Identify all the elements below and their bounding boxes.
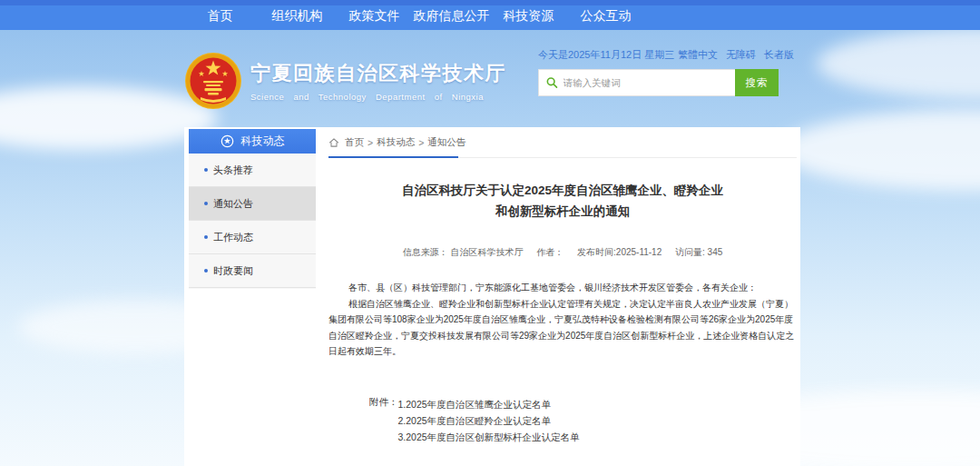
search-box (538, 69, 735, 96)
bullet-icon (204, 235, 208, 239)
breadcrumb-home[interactable]: 首页 (345, 136, 364, 149)
site-title: 宁夏回族自治区科学技术厅 (250, 60, 506, 87)
star-circle-icon (220, 134, 234, 148)
top-navigation: 首页 组织机构 政策文件 政府信息公开 科技资源 公众互动 (0, 0, 980, 30)
attachment-link[interactable]: 1.2025年度自治区雏鹰企业认定名单 (398, 396, 580, 412)
sidebar-header: 科技动态 (189, 129, 316, 154)
nav-item-interaction[interactable]: 公众互动 (567, 0, 644, 30)
meta-author: 作者： (536, 247, 564, 257)
sidebar: 科技动态 头条推荐 通知公告 工作动态 时政要闻 (189, 129, 316, 289)
sidebar-title: 科技动态 (241, 134, 285, 149)
site-subtitle: Science and Technology Department of Nin… (250, 92, 506, 102)
sidebar-item-notices[interactable]: 通知公告 (189, 187, 316, 221)
link-traditional-chinese[interactable]: 繁體中文 (678, 48, 718, 62)
attachments-label: 附件： (369, 396, 398, 445)
bullet-icon (204, 168, 208, 172)
article-paragraph: 各市、县（区）科技管理部门，宁东能源化工基地管委会，银川经济技术开发区管委会，各… (328, 280, 797, 296)
national-emblem-icon (184, 52, 242, 110)
attachment-link[interactable]: 2.2025年度自治区瞪羚企业认定名单 (398, 412, 580, 429)
bullet-icon (204, 269, 208, 273)
article-body: 各市、县（区）科技管理部门，宁东能源化工基地管委会，银川经济技术开发区管委会，各… (328, 280, 797, 360)
article-paragraph: 根据自治区雏鹰企业、瞪羚企业和创新型标杆企业认定管理有关规定，决定认定半亩良人农… (328, 296, 797, 360)
breadcrumb: 首页 > 科技动态 > 通知公告 (328, 127, 797, 158)
sidebar-item-headlines[interactable]: 头条推荐 (189, 154, 316, 187)
article-title: 自治区科技厅关于认定2025年度自治区雏鹰企业、瞪羚企业 和创新型标杆企业的通知 (328, 180, 797, 222)
article-meta: 信息来源： 自治区科学技术厅 作者： 发布时间:2025-11-12 访问量: … (328, 246, 797, 259)
nav-item-home[interactable]: 首页 (181, 0, 259, 30)
nav-item-policy[interactable]: 政策文件 (336, 0, 413, 30)
main-content: 首页 > 科技动态 > 通知公告 自治区科技厅关于认定2025年度自治区雏鹰企业… (328, 127, 797, 445)
nav-item-organization[interactable]: 组织机构 (259, 0, 336, 30)
search-icon (546, 76, 558, 89)
link-accessibility[interactable]: 无障碍 (726, 48, 756, 62)
search-input[interactable] (564, 77, 728, 88)
current-date: 今天是2025年11月12日 星期三 (538, 48, 674, 62)
content-panel: 科技动态 头条推荐 通知公告 工作动态 时政要闻 (184, 127, 800, 466)
nav-item-resources[interactable]: 科技资源 (490, 0, 567, 30)
attachment-link[interactable]: 3.2025年度自治区创新型标杆企业认定名单 (398, 429, 580, 445)
site-logo-link[interactable]: 宁夏回族自治区科学技术厅 Science and Technology Depa… (184, 52, 506, 110)
nav-item-gov-info[interactable]: 政府信息公开 (413, 0, 490, 30)
attachments-section: 附件： 1.2025年度自治区雏鹰企业认定名单 2.2025年度自治区瞪羚企业认… (369, 396, 797, 445)
meta-source: 信息来源： 自治区科学技术厅 (403, 247, 524, 257)
meta-views: 访问量: 345 (675, 247, 722, 257)
meta-publish-time: 发布时间:2025-11-12 (577, 247, 662, 257)
search-button[interactable]: 搜索 (735, 69, 779, 96)
header-utilities: 今天是2025年11月12日 星期三 繁體中文 无障碍 长者版 搜索 (538, 48, 794, 96)
breadcrumb-current[interactable]: 通知公告 (427, 136, 466, 149)
bullet-icon (204, 202, 208, 205)
breadcrumb-category[interactable]: 科技动态 (377, 136, 415, 149)
masthead: 宁夏回族自治区科学技术厅 Science and Technology Depa… (0, 30, 980, 127)
home-icon (328, 137, 339, 148)
sidebar-item-work-updates[interactable]: 工作动态 (189, 221, 316, 254)
sidebar-item-political-news[interactable]: 时政要闻 (189, 254, 316, 288)
breadcrumb-accent-line (328, 156, 458, 158)
link-elder-version[interactable]: 长者版 (764, 48, 794, 62)
